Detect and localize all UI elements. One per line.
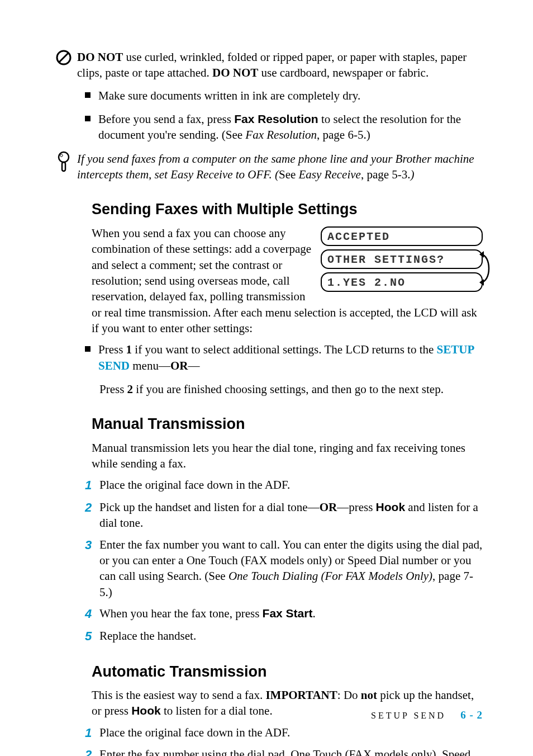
square-bullet-icon [85,116,91,121]
text: to listen for a dial tone. [161,704,273,717]
lcd-display-group: ACCEPTED OTHER SETTINGS? 1.YES 2.NO [321,226,483,295]
fax-start-label: Fax Start [263,607,313,620]
important-label: IMPORTANT [265,688,337,702]
step-number: 2 [85,499,99,516]
step-item: 1 Place the original face down in the AD… [85,477,483,494]
hook-button-label: Hook [376,500,406,513]
warning-block: DO NOT use curled, wrinkled, folded or r… [50,49,483,81]
page-number: 6 - 2 [460,709,483,721]
text: If you send faxes from a computer on the… [77,152,474,181]
step-number: 3 [85,537,99,554]
svg-line-1 [59,53,68,62]
text: , page 5-3. [361,168,411,181]
step-number: 1 [85,725,99,741]
step-number: 4 [85,606,99,622]
svg-marker-5 [479,251,484,258]
square-bullet-icon [85,92,91,98]
step-text: Replace the handset. [99,628,483,644]
svg-marker-6 [479,279,484,286]
bullet-item: Before you send a fax, press Fax Resolut… [85,111,483,143]
text: — [188,359,199,372]
lcd-line: 1.YES 2.NO [321,272,483,292]
text: . [312,607,315,620]
step-text: Enter the fax number you want to call. Y… [99,537,483,600]
step-item: 1 Place the original face down in the AD… [85,725,483,741]
text: : Do [337,688,361,702]
text: Press [99,382,127,396]
step-item: 3 Enter the fax number you want to call.… [85,537,483,600]
step-number: 5 [85,628,99,645]
warning-text: DO NOT use curled, wrinkled, folded or r… [77,49,483,81]
step-number: 1 [85,477,99,494]
reference-link[interactable]: Easy Receive [299,168,361,181]
hook-button-label: Hook [131,704,161,717]
section-manual-transmission: Manual Transmission Manual transmission … [92,414,483,471]
text: if you want to select additional setting… [132,343,437,356]
reference-link[interactable]: One Touch Dialing (For FAX Models Only) [229,569,432,583]
do-not-label: DO NOT [77,50,123,64]
text: Enter the fax number using the dial pad,… [99,748,470,756]
text: When you hear the fax tone, press [99,607,263,620]
text: ) [411,168,415,181]
text: Press [98,343,126,356]
not-label: not [361,688,377,702]
do-not-label-2: DO NOT [212,66,258,79]
text: This is the easiest way to send a fax. [92,688,265,702]
reference-link[interactable]: Fax Resolution [245,128,317,141]
bullet-text: Press 1 if you want to select additional… [98,342,483,374]
bullet-text: Make sure documents written in ink are c… [98,88,483,103]
key-1: 1 [126,343,132,356]
warn-text-2: use cardboard, newspaper or fabric. [258,66,429,79]
text: Before you send a fax, press [98,112,234,126]
bullet-item: Press 1 if you want to select additional… [85,342,483,374]
step-text: Place the original face down in the ADF. [99,725,483,740]
section-intro: Manual transmission lets you hear the di… [92,440,483,472]
step-text: Enter the fax number using the dial pad,… [99,746,483,756]
prohibit-icon [50,49,77,66]
step-item: 5 Replace the handset. [85,628,483,645]
section-multiple-settings: Sending Faxes with Multiple Settings ACC… [92,199,483,336]
or-label: OR [170,359,188,372]
bullet-text: Before you send a fax, press Fax Resolut… [98,111,483,143]
press-2-text: Press 2 if you are finished choosing set… [99,381,483,397]
or-label: OR [320,500,337,514]
key-2: 2 [127,382,134,396]
svg-rect-4 [62,162,65,171]
fax-resolution-label: Fax Resolution [234,112,318,125]
step-text: Pick up the handset and listen for a dia… [99,499,483,531]
step-item: 2 Enter the fax number using the dial pa… [85,746,483,756]
step-item: 4 When you hear the fax tone, press Fax … [85,606,483,622]
step-item: 2 Pick up the handset and listen for a d… [85,499,483,531]
cycle-arrows-icon [478,249,495,288]
text: menu— [130,359,170,372]
text: —press [337,500,375,514]
see-label: See [279,168,299,181]
lcd-line: ACCEPTED [321,226,483,246]
section-heading: Manual Transmission [92,414,483,434]
page-footer: SETUP SEND 6 - 2 [371,708,483,722]
lcd-line: OTHER SETTINGS? [321,249,483,269]
note-icon [50,151,77,172]
square-bullet-icon [85,346,91,352]
step-number: 2 [85,746,99,756]
footer-section: SETUP SEND [371,711,446,720]
text: , page 6-5.) [317,128,370,141]
step-text: When you hear the fax tone, press Fax St… [99,606,483,621]
text: if you are finished choosing settings, a… [133,382,444,396]
svg-point-2 [59,152,69,162]
section-heading: Sending Faxes with Multiple Settings [92,199,483,219]
bullet-item: Make sure documents written in ink are c… [85,88,483,103]
svg-point-3 [60,154,63,157]
step-text: Place the original face down in the ADF. [99,477,483,493]
text: Pick up the handset and listen for a dia… [99,500,320,514]
section-heading: Automatic Transmission [92,662,483,682]
note-text: If you send faxes from a computer on the… [77,151,483,183]
note-block: If you send faxes from a computer on the… [50,151,483,183]
